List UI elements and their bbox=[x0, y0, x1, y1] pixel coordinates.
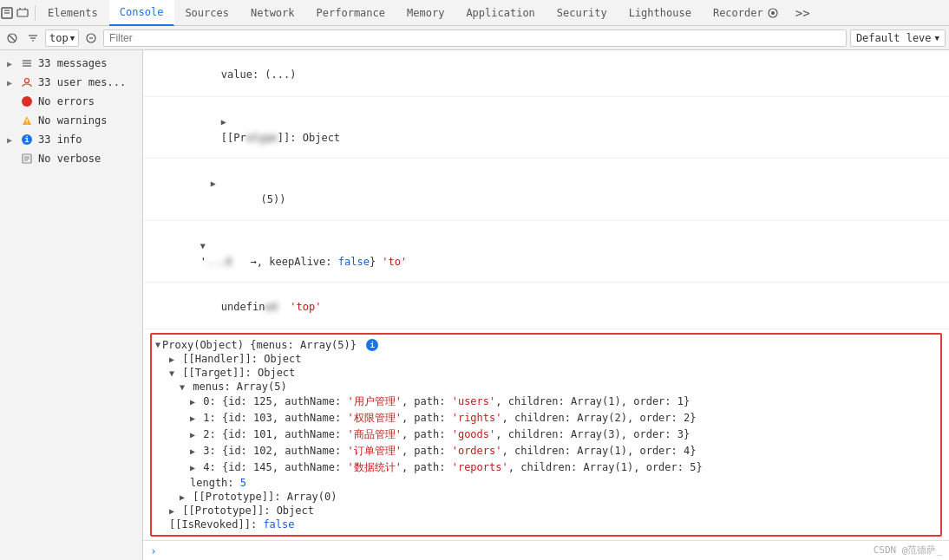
chevron-down-icon2: ▼ bbox=[935, 34, 939, 42]
sidebar-label-user: 33 user mes... bbox=[38, 76, 126, 88]
tab-network[interactable]: Network bbox=[240, 0, 306, 26]
expand-tri-icon3[interactable]: ▼ bbox=[200, 241, 206, 251]
menus-expand-icon[interactable]: ▼ bbox=[180, 382, 185, 392]
console-output[interactable]: value: (...) ▶ [[Protype]]: Object ▶ (5)… bbox=[143, 50, 949, 560]
target-row: ▼ [[Target]]: Object bbox=[155, 366, 937, 380]
warning-icon bbox=[21, 114, 33, 127]
handler-text: [[Handler]]: Object bbox=[182, 353, 301, 365]
console-main: ▶ 33 messages ▶ 33 user mes... ▶ No erro… bbox=[0, 50, 949, 560]
default-level-label: Default leve bbox=[856, 32, 932, 44]
is-revoked-row: [[IsRevoked]]: false bbox=[155, 518, 937, 531]
error-icon bbox=[21, 95, 33, 107]
tab-elements[interactable]: Elements bbox=[37, 0, 109, 26]
console-input[interactable] bbox=[162, 544, 942, 557]
default-level-selector[interactable]: Default leve ▼ bbox=[850, 29, 946, 47]
expand-arrow-icon3: ▶ bbox=[7, 135, 16, 145]
menu2-expand-icon[interactable]: ▶ bbox=[190, 430, 195, 440]
menus-text: menus: Array(5) bbox=[193, 381, 286, 393]
sidebar-label-errors: No errors bbox=[38, 95, 95, 107]
menu-item-3: ▶ 3: {id: 102, authName: '订单管理', path: '… bbox=[155, 443, 937, 459]
filter-toggle-button[interactable] bbox=[24, 29, 42, 47]
devtools-icon2 bbox=[16, 6, 29, 20]
console-line: undefined 'top' bbox=[143, 283, 949, 329]
sidebar-item-warnings[interactable]: ▶ No warnings bbox=[0, 111, 142, 130]
proto-obj-expand-icon[interactable]: ▶ bbox=[169, 506, 174, 516]
target-expand-icon[interactable]: ▼ bbox=[169, 368, 174, 378]
tab-application[interactable]: Application bbox=[455, 0, 546, 26]
menu3-expand-icon[interactable]: ▶ bbox=[190, 446, 195, 456]
line-text: ▶ (5)) bbox=[150, 160, 946, 223]
proxy-title: Proxy(Object) {menus: Array(5)} i bbox=[162, 339, 378, 352]
clear-console-button[interactable] bbox=[3, 29, 21, 47]
verbose-icon bbox=[21, 153, 33, 165]
console-prompt[interactable]: › bbox=[143, 540, 949, 560]
menu-item-2: ▶ 2: {id: 101, authName: '商品管理', path: '… bbox=[155, 427, 937, 443]
devtools-icon bbox=[0, 6, 14, 20]
expand-tri-icon2[interactable]: ▶ bbox=[211, 179, 216, 188]
proto-array-expand-icon[interactable]: ▶ bbox=[180, 492, 185, 502]
svg-rect-3 bbox=[17, 10, 28, 16]
show-console-button[interactable] bbox=[82, 29, 100, 47]
tab-lighthouse[interactable]: Lighthouse bbox=[618, 0, 703, 26]
proxy-header-row: ▼ Proxy(Object) {menus: Array(5)} i bbox=[155, 338, 937, 353]
console-toolbar: top ▼ Default leve ▼ bbox=[0, 26, 949, 50]
sidebar-item-all-messages[interactable]: ▶ 33 messages bbox=[0, 54, 142, 73]
tab-performance[interactable]: Performance bbox=[306, 0, 396, 26]
sidebar-label-all: 33 messages bbox=[38, 57, 107, 69]
console-line: ▶ [[Protype]]: Object bbox=[143, 97, 949, 159]
expand-arrow-icon2: ▶ bbox=[7, 78, 16, 88]
proxy-expand-icon[interactable]: ▼ bbox=[155, 340, 160, 349]
devtools-tabs: Elements Console Sources Network Perform… bbox=[0, 0, 949, 26]
menu-item-1: ▶ 1: {id: 103, authName: '权限管理', path: '… bbox=[155, 410, 937, 427]
console-line: ▼ '...d →, keepAlive: false} 'to' bbox=[143, 221, 949, 283]
line-text: undefined 'top' bbox=[150, 283, 946, 330]
tab-console[interactable]: Console bbox=[109, 0, 175, 26]
menu-item-4: ▶ 4: {id: 145, authName: '数据统计', path: '… bbox=[155, 459, 937, 476]
tab-sources[interactable]: Sources bbox=[174, 0, 240, 26]
tab-memory[interactable]: Memory bbox=[396, 0, 455, 26]
proto-object-row: ▶ [[Prototype]]: Object bbox=[155, 504, 937, 518]
filter-input[interactable] bbox=[103, 29, 847, 47]
svg-point-7 bbox=[771, 11, 775, 15]
line-text: ▶ [[Protype]]: Object bbox=[150, 98, 946, 161]
tab-separator bbox=[35, 5, 36, 21]
expand-arrow-icon: ▶ bbox=[7, 59, 16, 68]
chevron-down-icon: ▼ bbox=[70, 34, 75, 42]
expand-tri-icon[interactable]: ▶ bbox=[221, 117, 226, 127]
context-selector[interactable]: top ▼ bbox=[45, 29, 79, 47]
svg-line-9 bbox=[10, 36, 15, 41]
info-badge: i bbox=[366, 339, 378, 351]
menu-item-0: ▶ 0: {id: 125, authName: '用户管理', path: '… bbox=[155, 394, 937, 410]
sidebar-label-verbose: No verbose bbox=[38, 153, 101, 165]
list-icon bbox=[21, 57, 33, 69]
context-selector-label: top bbox=[49, 32, 69, 44]
user-icon bbox=[21, 76, 33, 88]
menu1-expand-icon[interactable]: ▶ bbox=[190, 413, 195, 423]
line-text: ▼ '...d →, keepAlive: false} 'to' bbox=[150, 222, 946, 285]
more-tabs-button[interactable]: >> bbox=[790, 6, 815, 20]
handler-expand-icon[interactable]: ▶ bbox=[169, 355, 174, 364]
menus-length-row: length: 5 bbox=[155, 476, 937, 490]
watermark: CSDN @范德萨_ bbox=[874, 544, 942, 557]
sidebar-item-user-messages[interactable]: ▶ 33 user mes... bbox=[0, 73, 142, 92]
info-icon: i bbox=[21, 133, 33, 146]
svg-point-18 bbox=[25, 79, 29, 83]
sidebar-item-errors[interactable]: ▶ No errors bbox=[0, 92, 142, 111]
sidebar-item-info[interactable]: ▶ i 33 info bbox=[0, 130, 142, 149]
sidebar-label-warnings: No warnings bbox=[38, 114, 107, 127]
highlighted-proxy-section: ▼ Proxy(Object) {menus: Array(5)} i ▶ [[… bbox=[150, 333, 942, 537]
sidebar-label-info: 33 info bbox=[38, 133, 82, 146]
prompt-arrow-icon: › bbox=[150, 544, 157, 557]
menus-row: ▼ menus: Array(5) bbox=[155, 380, 937, 394]
handler-row: ▶ [[Handler]]: Object bbox=[155, 352, 937, 366]
line-text: value: (...) bbox=[150, 51, 946, 98]
svg-point-21 bbox=[26, 123, 27, 124]
console-sidebar: ▶ 33 messages ▶ 33 user mes... ▶ No erro… bbox=[0, 50, 143, 560]
target-text: [[Target]]: Object bbox=[182, 367, 295, 379]
tab-security[interactable]: Security bbox=[546, 0, 618, 26]
tab-recorder[interactable]: Recorder bbox=[703, 0, 790, 26]
menu0-expand-icon[interactable]: ▶ bbox=[190, 397, 195, 407]
menu4-expand-icon[interactable]: ▶ bbox=[190, 463, 195, 472]
sidebar-item-verbose[interactable]: ▶ No verbose bbox=[0, 149, 142, 168]
console-line: ▶ (5)) bbox=[143, 159, 949, 220]
